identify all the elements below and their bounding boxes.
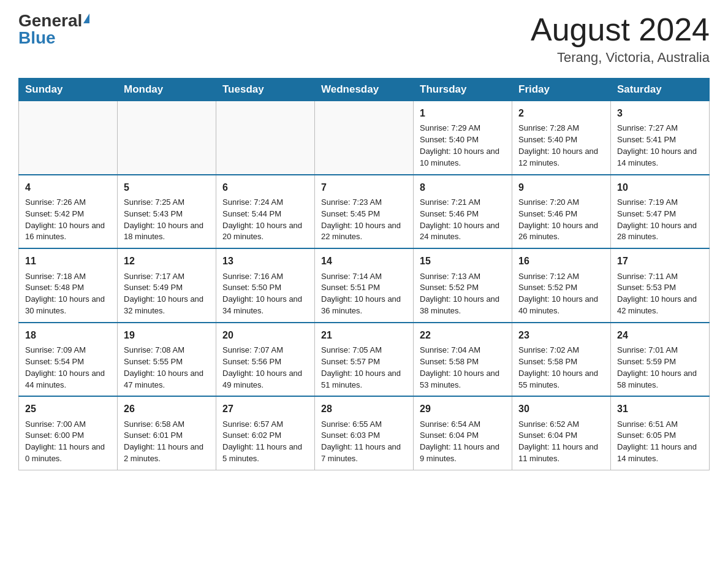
calendar-cell: 13Sunrise: 7:16 AM Sunset: 5:50 PM Dayli… [216, 248, 315, 323]
day-number: 20 [222, 328, 308, 342]
calendar-cell: 8Sunrise: 7:21 AM Sunset: 5:46 PM Daylig… [414, 175, 512, 249]
calendar-cell: 29Sunrise: 6:54 AM Sunset: 6:04 PM Dayli… [414, 396, 512, 470]
calendar-cell: 30Sunrise: 6:52 AM Sunset: 6:04 PM Dayli… [512, 396, 611, 470]
calendar-week-row: 1Sunrise: 7:29 AM Sunset: 5:40 PM Daylig… [19, 101, 710, 175]
logo-triangle-icon [83, 13, 89, 23]
day-info: Sunrise: 7:09 AM Sunset: 5:54 PM Dayligh… [25, 345, 105, 389]
day-number: 27 [222, 402, 308, 416]
logo-general-text: General [18, 12, 82, 29]
day-info: Sunrise: 7:19 AM Sunset: 5:47 PM Dayligh… [617, 197, 697, 242]
day-info: Sunrise: 7:16 AM Sunset: 5:50 PM Dayligh… [222, 272, 302, 316]
day-number: 10 [617, 180, 703, 194]
day-info: Sunrise: 7:14 AM Sunset: 5:51 PM Dayligh… [321, 272, 401, 316]
calendar-cell: 15Sunrise: 7:13 AM Sunset: 5:52 PM Dayli… [414, 248, 512, 323]
day-info: Sunrise: 7:13 AM Sunset: 5:52 PM Dayligh… [420, 272, 499, 316]
day-number: 12 [124, 254, 210, 268]
calendar-cell: 6Sunrise: 7:24 AM Sunset: 5:44 PM Daylig… [216, 175, 315, 249]
calendar-cell: 28Sunrise: 6:55 AM Sunset: 6:03 PM Dayli… [315, 396, 414, 470]
calendar-cell: 20Sunrise: 7:07 AM Sunset: 5:56 PM Dayli… [216, 323, 315, 397]
month-title: August 2024 [531, 12, 710, 47]
calendar-cell [216, 101, 315, 175]
calendar-cell: 2Sunrise: 7:28 AM Sunset: 5:40 PM Daylig… [512, 101, 611, 175]
day-number: 5 [124, 180, 210, 194]
calendar-cell [315, 101, 414, 175]
day-info: Sunrise: 7:27 AM Sunset: 5:41 PM Dayligh… [617, 123, 697, 167]
calendar-cell [118, 101, 216, 175]
calendar-cell: 21Sunrise: 7:05 AM Sunset: 5:57 PM Dayli… [315, 323, 414, 397]
calendar-week-row: 4Sunrise: 7:26 AM Sunset: 5:42 PM Daylig… [19, 175, 710, 249]
day-info: Sunrise: 7:02 AM Sunset: 5:58 PM Dayligh… [518, 345, 598, 389]
day-info: Sunrise: 7:07 AM Sunset: 5:56 PM Dayligh… [222, 345, 302, 389]
title-block: August 2024 Terang, Victoria, Australia [531, 12, 710, 66]
day-info: Sunrise: 7:29 AM Sunset: 5:40 PM Dayligh… [420, 123, 499, 167]
day-number: 31 [617, 402, 703, 416]
day-number: 25 [25, 402, 111, 416]
day-number: 2 [518, 106, 604, 120]
calendar-week-row: 11Sunrise: 7:18 AM Sunset: 5:48 PM Dayli… [19, 248, 710, 323]
calendar-cell: 11Sunrise: 7:18 AM Sunset: 5:48 PM Dayli… [19, 248, 118, 323]
day-number: 18 [25, 328, 111, 342]
day-number: 14 [321, 254, 407, 268]
day-number: 6 [222, 180, 308, 194]
calendar-cell: 9Sunrise: 7:20 AM Sunset: 5:46 PM Daylig… [512, 175, 611, 249]
day-info: Sunrise: 7:23 AM Sunset: 5:45 PM Dayligh… [321, 197, 401, 242]
day-info: Sunrise: 7:18 AM Sunset: 5:48 PM Dayligh… [25, 272, 105, 316]
day-number: 16 [518, 254, 604, 268]
calendar-cell: 18Sunrise: 7:09 AM Sunset: 5:54 PM Dayli… [19, 323, 118, 397]
weekday-header-thursday: Thursday [414, 79, 512, 101]
logo-blue-text: Blue [18, 29, 56, 47]
calendar-cell: 10Sunrise: 7:19 AM Sunset: 5:47 PM Dayli… [611, 175, 710, 249]
day-info: Sunrise: 7:26 AM Sunset: 5:42 PM Dayligh… [25, 197, 105, 242]
calendar-cell: 3Sunrise: 7:27 AM Sunset: 5:41 PM Daylig… [611, 101, 710, 175]
page-header: General Blue August 2024 Terang, Victori… [18, 12, 710, 66]
weekday-header-friday: Friday [512, 79, 611, 101]
day-number: 24 [617, 328, 703, 342]
day-info: Sunrise: 6:55 AM Sunset: 6:03 PM Dayligh… [321, 419, 401, 464]
day-number: 19 [124, 328, 210, 342]
calendar-week-row: 18Sunrise: 7:09 AM Sunset: 5:54 PM Dayli… [19, 323, 710, 397]
calendar-cell: 23Sunrise: 7:02 AM Sunset: 5:58 PM Dayli… [512, 323, 611, 397]
calendar-cell [19, 101, 118, 175]
day-number: 17 [617, 254, 703, 268]
day-number: 3 [617, 106, 703, 120]
day-number: 13 [222, 254, 308, 268]
logo: General Blue [18, 12, 89, 47]
day-info: Sunrise: 6:57 AM Sunset: 6:02 PM Dayligh… [222, 419, 302, 464]
weekday-header-monday: Monday [118, 79, 216, 101]
calendar-header-row: SundayMondayTuesdayWednesdayThursdayFrid… [19, 79, 710, 101]
weekday-header-tuesday: Tuesday [216, 79, 315, 101]
day-number: 22 [420, 328, 506, 342]
day-info: Sunrise: 7:11 AM Sunset: 5:53 PM Dayligh… [617, 272, 697, 316]
calendar-cell: 27Sunrise: 6:57 AM Sunset: 6:02 PM Dayli… [216, 396, 315, 470]
calendar-cell: 14Sunrise: 7:14 AM Sunset: 5:51 PM Dayli… [315, 248, 414, 323]
calendar-cell: 19Sunrise: 7:08 AM Sunset: 5:55 PM Dayli… [118, 323, 216, 397]
day-number: 4 [25, 180, 111, 194]
day-number: 7 [321, 180, 407, 194]
day-number: 1 [420, 106, 506, 120]
day-number: 8 [420, 180, 506, 194]
calendar-cell: 4Sunrise: 7:26 AM Sunset: 5:42 PM Daylig… [19, 175, 118, 249]
day-info: Sunrise: 7:00 AM Sunset: 6:00 PM Dayligh… [25, 419, 105, 464]
calendar-cell: 16Sunrise: 7:12 AM Sunset: 5:52 PM Dayli… [512, 248, 611, 323]
weekday-header-wednesday: Wednesday [315, 79, 414, 101]
calendar-cell: 25Sunrise: 7:00 AM Sunset: 6:00 PM Dayli… [19, 396, 118, 470]
day-info: Sunrise: 6:54 AM Sunset: 6:04 PM Dayligh… [420, 419, 499, 464]
day-info: Sunrise: 7:20 AM Sunset: 5:46 PM Dayligh… [518, 197, 598, 242]
day-number: 11 [25, 254, 111, 268]
day-info: Sunrise: 7:08 AM Sunset: 5:55 PM Dayligh… [124, 345, 203, 389]
day-number: 15 [420, 254, 506, 268]
calendar-cell: 22Sunrise: 7:04 AM Sunset: 5:58 PM Dayli… [414, 323, 512, 397]
calendar-table: SundayMondayTuesdayWednesdayThursdayFrid… [18, 78, 710, 470]
weekday-header-saturday: Saturday [611, 79, 710, 101]
calendar-cell: 17Sunrise: 7:11 AM Sunset: 5:53 PM Dayli… [611, 248, 710, 323]
day-info: Sunrise: 6:52 AM Sunset: 6:04 PM Dayligh… [518, 419, 598, 464]
calendar-cell: 26Sunrise: 6:58 AM Sunset: 6:01 PM Dayli… [118, 396, 216, 470]
calendar-cell: 1Sunrise: 7:29 AM Sunset: 5:40 PM Daylig… [414, 101, 512, 175]
day-info: Sunrise: 7:28 AM Sunset: 5:40 PM Dayligh… [518, 123, 598, 167]
day-info: Sunrise: 7:24 AM Sunset: 5:44 PM Dayligh… [222, 197, 302, 242]
day-info: Sunrise: 6:51 AM Sunset: 6:05 PM Dayligh… [617, 419, 697, 464]
day-number: 26 [124, 402, 210, 416]
location-text: Terang, Victoria, Australia [531, 50, 710, 66]
calendar-cell: 7Sunrise: 7:23 AM Sunset: 5:45 PM Daylig… [315, 175, 414, 249]
day-number: 9 [518, 180, 604, 194]
